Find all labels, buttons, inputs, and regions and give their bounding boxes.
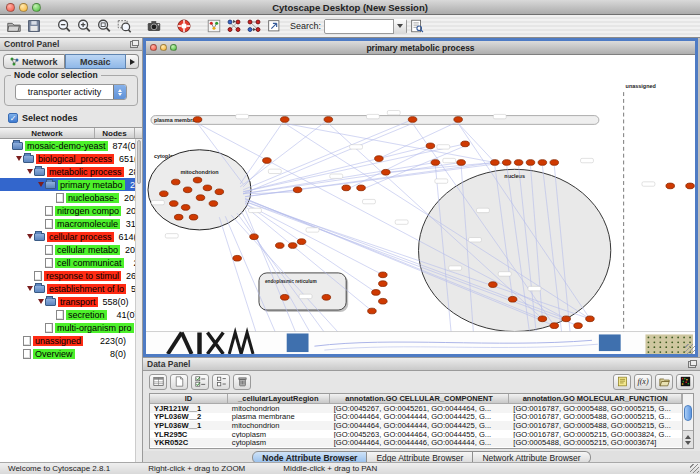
graph-node[interactable] (379, 298, 388, 304)
graph-node[interactable] (297, 239, 306, 245)
graph-node[interactable] (562, 316, 571, 322)
tab-overflow-button[interactable] (126, 54, 139, 69)
graph-node[interactable] (372, 290, 381, 296)
tree-row[interactable]: establishment of lo558(0) (0, 282, 135, 295)
layout-2-icon[interactable] (244, 17, 264, 36)
window-resize-grip[interactable] (685, 344, 695, 354)
graph-node[interactable] (375, 156, 384, 162)
graph-node[interactable] (514, 160, 523, 166)
graph-node[interactable] (193, 177, 202, 183)
select-nodes-checkbox[interactable]: ✓ (8, 113, 18, 123)
graph-node[interactable] (280, 117, 289, 123)
new-attribute-icon[interactable] (170, 374, 188, 390)
tree-row[interactable]: nucleobase-209(0) (0, 191, 135, 204)
save-icon[interactable] (24, 17, 44, 36)
vizmapper-icon[interactable] (204, 17, 224, 36)
graph-node[interactable] (263, 158, 272, 164)
graph-node[interactable] (526, 160, 535, 166)
search-combo[interactable] (324, 19, 407, 34)
node-color-dropdown[interactable]: transporter activity (15, 84, 127, 100)
app-resize-grip[interactable] (690, 464, 699, 473)
expander-icon[interactable] (16, 156, 22, 161)
float-panel-icon[interactable] (130, 41, 138, 48)
tree-row[interactable]: Overview8(0) (0, 347, 135, 360)
tab-network[interactable]: Network (3, 54, 65, 69)
graph-node[interactable] (189, 214, 198, 220)
table-row[interactable]: YKR052Ccytoplasm[GO:0044464, GO:0044446,… (150, 438, 682, 447)
expander-icon[interactable] (27, 169, 33, 174)
graph-node[interactable] (550, 323, 559, 329)
table-row[interactable]: YJR121W__1mitochondrion[GO:0045267, GO:0… (150, 404, 682, 413)
tab-mosaic[interactable]: Mosaic (65, 54, 127, 69)
column-header[interactable]: _cellularLayoutRegion (228, 394, 330, 404)
tree-row[interactable]: multi-organism pro42(0) (0, 321, 135, 334)
zoom-fit-icon[interactable] (94, 17, 114, 36)
open-icon[interactable] (4, 17, 24, 36)
graph-node[interactable] (293, 187, 302, 193)
graph-node[interactable] (209, 201, 218, 207)
graph-node[interactable] (215, 189, 224, 195)
graph-node[interactable] (489, 282, 498, 288)
tree-row[interactable]: cell communicat22(0) (0, 256, 135, 269)
table-row[interactable]: YLR295Ccytoplasm[GO:0045263, GO:0044464,… (150, 430, 682, 439)
tree-scrollbar[interactable] (135, 139, 142, 462)
graph-node[interactable] (342, 185, 351, 191)
graph-node[interactable] (250, 234, 259, 240)
tree-row[interactable]: nitrogen compo209(0) (0, 204, 135, 217)
table-row[interactable]: YDR039C__1mitochondrion[GO:0044464, GO:0… (150, 447, 682, 449)
network-canvas[interactable]: plasma membrane cytoplasm mitochondrion … (146, 55, 695, 354)
network-window-titlebar[interactable]: primary metabolic process (146, 41, 695, 55)
tree-row[interactable]: cellular process614(0) (0, 230, 135, 243)
notepad-icon[interactable] (613, 374, 631, 390)
expander-icon[interactable] (27, 234, 33, 239)
table-scrollbar[interactable] (682, 394, 693, 448)
graph-node[interactable] (408, 117, 417, 123)
tree-row[interactable]: unassigned223(0) (0, 334, 135, 347)
search-dropdown-button[interactable] (393, 19, 406, 34)
graph-node[interactable] (431, 160, 440, 166)
help-icon[interactable] (174, 17, 194, 36)
graph-node[interactable] (169, 201, 178, 207)
graph-node[interactable] (382, 169, 391, 175)
graph-node[interactable] (171, 179, 180, 185)
graph-node[interactable] (686, 183, 695, 189)
graph-node[interactable] (491, 160, 500, 166)
tree-row[interactable]: cellular metabo209(0) (0, 243, 135, 256)
graph-node[interactable] (174, 214, 183, 220)
tree-row[interactable]: transport558(0) (0, 295, 135, 308)
tree-row[interactable]: metabolic process280(0) (0, 165, 135, 178)
graph-node[interactable] (538, 316, 547, 322)
expander-icon[interactable] (38, 299, 44, 304)
snapshot-icon[interactable] (144, 17, 164, 36)
graph-node[interactable] (666, 183, 675, 189)
zoom-out-icon[interactable] (54, 17, 74, 36)
graph-node[interactable] (454, 117, 463, 123)
attribute-table-icon[interactable] (149, 374, 167, 390)
graph-node[interactable] (288, 243, 297, 249)
tree-header-nodes[interactable]: Nodes (95, 128, 135, 138)
delete-attribute-icon[interactable] (233, 374, 251, 390)
graph-node[interactable] (324, 117, 333, 123)
graph-node[interactable] (183, 187, 192, 193)
function-builder-icon[interactable]: f(x) (634, 374, 652, 390)
expander-icon[interactable] (38, 182, 44, 187)
graph-node[interactable] (276, 243, 285, 249)
search-config-icon[interactable] (264, 17, 284, 36)
tree-row[interactable]: primary metabo209(... (0, 178, 135, 191)
graph-node[interactable] (280, 294, 289, 300)
layout-1-icon[interactable] (224, 17, 244, 36)
advanced-search-button[interactable] (407, 17, 427, 36)
graph-node[interactable] (461, 141, 470, 147)
matrix-icon[interactable] (676, 374, 694, 390)
graph-node[interactable] (357, 185, 366, 191)
graph-node[interactable] (379, 281, 388, 287)
graph-node[interactable] (550, 160, 559, 166)
graph-node[interactable] (160, 191, 169, 197)
graph-node[interactable] (457, 160, 466, 166)
advanced-search-icon[interactable] (407, 17, 427, 36)
tree-row[interactable]: response to stimul264(0) (0, 269, 135, 282)
graph-node[interactable] (379, 272, 388, 278)
graph-node[interactable] (586, 316, 595, 322)
expander-icon[interactable] (27, 286, 33, 291)
import-folder-icon[interactable] (655, 374, 673, 390)
